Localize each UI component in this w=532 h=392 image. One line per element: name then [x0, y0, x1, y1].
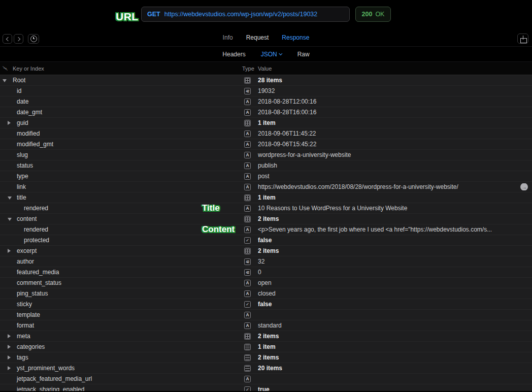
share-button[interactable]	[517, 34, 528, 44]
row-key: excerpt	[17, 247, 37, 254]
tab-request[interactable]: Request	[246, 34, 269, 41]
tab-info[interactable]: Info	[223, 34, 233, 41]
table-row[interactable]: author4232	[0, 256, 532, 267]
table-row[interactable]: ping_statusAclosed	[0, 288, 532, 299]
http-method: GET	[147, 11, 160, 18]
row-key: ping_status	[17, 290, 48, 297]
subnav-bar: HeadersJSONRaw	[0, 47, 532, 62]
table-row[interactable]: tags2 items	[0, 352, 532, 363]
string-type-icon: A	[244, 322, 251, 329]
row-value: 1 item	[258, 194, 276, 201]
row-key: tags	[17, 354, 28, 361]
table-row[interactable]: protected✓false	[0, 235, 532, 246]
string-type-icon: A	[244, 141, 251, 148]
row-key: content	[17, 215, 37, 222]
request-url: https://webdevstudios.com/wp-json/wp/v2/…	[164, 11, 318, 18]
table-row[interactable]: modified_gmtA2018-09-06T15:45:22	[0, 139, 532, 150]
subtab-headers[interactable]: Headers	[222, 51, 245, 58]
column-header-value: Value	[258, 66, 272, 72]
table-row[interactable]: statusApublish	[0, 160, 532, 171]
row-key: slug	[17, 151, 28, 158]
expand-triangle-icon[interactable]	[8, 345, 11, 349]
string-type-icon: A	[244, 162, 251, 169]
string-type-icon: A	[244, 280, 251, 286]
row-value: 2018-08-28T16:00:16	[258, 109, 316, 116]
table-row[interactable]: slugAwordpress-for-a-university-website	[0, 150, 532, 160]
table-row[interactable]: dateA2018-08-28T12:00:16	[0, 96, 532, 107]
table-row[interactable]: formatAstandard	[0, 320, 532, 331]
string-type-icon: A	[244, 99, 251, 105]
table-row[interactable]: renderedContentA<p>Seven years ago, the …	[0, 224, 532, 235]
table-row[interactable]: date_gmtA2018-08-28T16:00:16	[0, 107, 532, 118]
subtab-json[interactable]: JSON	[261, 51, 282, 58]
column-header-key: Key or Index	[13, 66, 44, 72]
row-key: categories	[17, 343, 45, 350]
expand-triangle-icon[interactable]	[8, 249, 11, 253]
table-row[interactable]: categories1 item	[0, 342, 532, 352]
table-row[interactable]: meta2 items	[0, 331, 532, 342]
collapse-triangle-icon[interactable]	[8, 197, 12, 200]
row-value: open	[258, 279, 272, 286]
table-row[interactable]: sticky✓false	[0, 299, 532, 310]
row-value: 1 item	[258, 343, 276, 350]
table-row[interactable]: content2 items	[0, 214, 532, 224]
tab-bar: InfoRequestResponse	[223, 28, 310, 47]
object-type-icon	[244, 333, 251, 340]
row-key: featured_media	[17, 269, 59, 276]
row-value: standard	[258, 322, 282, 329]
row-key: sticky	[17, 301, 32, 308]
bool-type-icon: ✓	[244, 301, 251, 308]
row-value: 19032	[258, 87, 275, 94]
string-type-icon: A	[244, 109, 251, 116]
table-row[interactable]: typeApost	[0, 171, 532, 182]
string-type-icon: A	[244, 290, 251, 297]
chevron-left-icon	[6, 37, 10, 41]
table-header: ↘↖ Key or Index Type Value	[0, 62, 532, 75]
url-field[interactable]: GET https://webdevstudios.com/wp-json/wp…	[141, 7, 350, 22]
string-type-icon: A	[244, 173, 251, 180]
object-type-icon	[244, 216, 251, 222]
table-row[interactable]: modifiedA2018-09-06T11:45:22	[0, 128, 532, 139]
status-text: OK	[375, 11, 384, 18]
string-type-icon: A	[244, 184, 251, 190]
collapse-all-icon[interactable]: ↘↖	[2, 66, 8, 72]
expand-triangle-icon[interactable]	[8, 334, 11, 338]
row-value: false	[258, 237, 272, 244]
array-type-icon	[244, 354, 251, 361]
history-button[interactable]	[28, 34, 39, 44]
table-row[interactable]: jetpack_sharing_enabled✓true	[0, 384, 532, 391]
forward-button[interactable]	[14, 34, 23, 44]
row-key: status	[17, 162, 33, 169]
row-key: author	[17, 258, 34, 265]
table-row[interactable]: renderedTitleA10 Reasons to Use WordPres…	[0, 203, 532, 214]
bool-type-icon: ✓	[244, 237, 251, 244]
table-row[interactable]: Root28 items	[0, 75, 532, 86]
expand-triangle-icon[interactable]	[8, 366, 11, 370]
table-row[interactable]: yst_prominent_words20 items	[0, 363, 532, 374]
row-value: 28 items	[258, 77, 282, 84]
row-key: title	[17, 194, 26, 201]
table-row[interactable]: jetpack_featured_media_urlA	[0, 374, 532, 384]
annotation-url: URL	[116, 11, 139, 23]
subtab-raw[interactable]: Raw	[297, 51, 310, 58]
expand-triangle-icon[interactable]	[8, 121, 11, 125]
collapse-triangle-icon[interactable]	[3, 79, 7, 82]
row-value: false	[258, 301, 272, 308]
table-row[interactable]: guid1 item	[0, 118, 532, 128]
collapse-triangle-icon[interactable]	[8, 218, 12, 221]
expand-triangle-icon[interactable]	[8, 355, 11, 360]
row-key: template	[17, 311, 40, 318]
table-row[interactable]: id4219032	[0, 86, 532, 96]
table-row[interactable]: excerpt2 items	[0, 246, 532, 256]
row-key: meta	[17, 333, 30, 340]
row-value: wordpress-for-a-university-website	[258, 151, 351, 158]
back-button[interactable]	[3, 34, 12, 44]
table-row[interactable]: title1 item	[0, 192, 532, 203]
table-row[interactable]: comment_statusAopen	[0, 278, 532, 288]
table-row[interactable]: featured_media420	[0, 267, 532, 278]
table-row[interactable]: templateA	[0, 310, 532, 320]
table-row[interactable]: linkAhttps://webdevstudios.com/2018/08/2…	[0, 182, 532, 192]
tab-response[interactable]: Response	[282, 34, 309, 41]
column-header-type: Type	[242, 66, 254, 72]
open-link-icon[interactable]: →	[520, 183, 528, 190]
